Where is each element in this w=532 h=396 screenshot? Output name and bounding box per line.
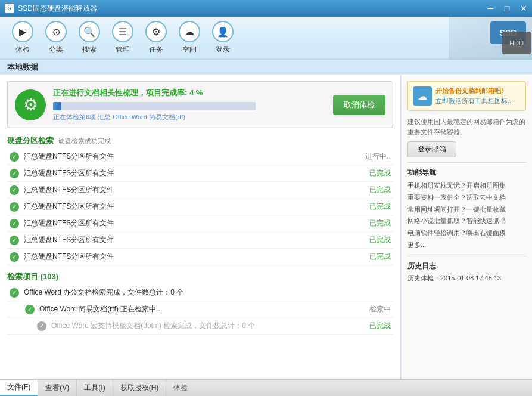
check-icon: ✓ <box>10 288 19 298</box>
progress-section: ⚙ 正在进行文档相关性梳理，项目完成率: 4 % 正在体检第6项 汇总 Offi… <box>7 81 393 128</box>
check-icon: ✓ <box>10 236 19 245</box>
check-icon: ✓ <box>10 219 19 228</box>
list-item: ✓ Office Word 办公文档检索完成，文件数总计：0 个 <box>7 284 393 301</box>
app-icon: S <box>5 4 14 13</box>
breadcrumb: 本地数据 <box>0 60 532 75</box>
toolbar-tizhi[interactable]: ▶ 体检 <box>6 18 39 57</box>
status-text: 体检 <box>166 383 195 393</box>
renwu-label: 任务 <box>149 45 163 55</box>
list-item: ✓ 汇总硬盘NTFS分区所有文件 已完成 <box>7 182 393 199</box>
list-item: ✓ 汇总硬盘NTFS分区所有文件 已完成 <box>7 249 393 265</box>
denglu-icon: 👤 <box>212 21 234 42</box>
history-section: 历史日志 历史体检：2015-01-08 17:48:13 <box>407 261 526 283</box>
toolbar-renwu[interactable]: ⚙ 任务 <box>139 18 173 57</box>
guanli-label: 管理 <box>116 45 130 55</box>
list-item: ✓ 汇总硬盘NTFS分区所有文件 已完成 <box>7 215 393 232</box>
search-results-title: 检索项目 (103) <box>7 272 58 281</box>
list-item: ✓ 汇总硬盘NTFS分区所有文件 进行中.. <box>7 148 393 165</box>
progress-icon: ⚙ <box>15 89 46 120</box>
search-results-list: ✓ Office Word 办公文档检索完成，文件数总计：0 个 ✓ Offic… <box>7 284 393 335</box>
minimize-button[interactable]: ─ <box>482 0 499 17</box>
window-title: SSD固态硬盘潜能释放器 <box>18 4 97 14</box>
progress-bar-wrap <box>53 102 256 110</box>
breadcrumb-text: 本地数据 <box>7 62 38 73</box>
list-item-text: 汇总硬盘NTFS分区所有文件 <box>24 151 360 162</box>
list-item-text: 汇总硬盘NTFS分区所有文件 <box>24 218 365 228</box>
promo-line2: 立即激活所有工具栏图标... <box>435 97 513 106</box>
main-layout: ⚙ 正在进行文档相关性梳理，项目完成率: 4 % 正在体检第6项 汇总 Offi… <box>0 75 532 379</box>
check-icon: ✓ <box>10 252 19 262</box>
list-item-status: 已完成 <box>369 235 391 245</box>
list-item: ✓ 汇总硬盘NTFS分区所有文件 已完成 <box>7 232 393 249</box>
promo-line1: 开始备份文档到邮箱吧! <box>435 86 513 95</box>
title-bar: S SSD固态硬盘潜能释放器 ─ □ ✕ <box>0 0 532 17</box>
maximize-button[interactable]: □ <box>499 0 515 17</box>
kongjian-icon: ☁ <box>179 21 200 42</box>
list-item-text: 汇总硬盘NTFS分区所有文件 <box>24 235 365 245</box>
menu-bar: 文件(F) 查看(V) 工具(I) 获取授权(H) <box>0 380 166 396</box>
progress-title: 正在进行文档相关性梳理，项目完成率: 4 % <box>53 88 326 98</box>
list-item-status: 检索中 <box>369 304 391 314</box>
list-item-text: Office Word 宏支持模板文档(dotm) 检索完成，文件数总计：0 个 <box>51 321 365 331</box>
progress-sub-text: 正在体检第6项 汇总 Office Word 简易文档(rtf) <box>53 113 326 122</box>
list-item: ✓ Office Word 简易文档(rtf) 正在检索中... 检索中 <box>7 301 393 318</box>
disk-scan-title: 硬盘分区检索 <box>7 135 54 146</box>
svg-text:HDD: HDD <box>509 39 524 47</box>
list-item: ✓ Office Word 宏支持模板文档(dotm) 检索完成，文件数总计：0… <box>7 318 393 335</box>
progress-title-text: 正在进行文档相关性梳理，项目完成率: <box>53 88 187 97</box>
nav-link[interactable]: 重要资料一应俱全？调取云中文档 <box>407 192 526 204</box>
tizhi-label: 体检 <box>15 45 30 55</box>
nav-link-more[interactable]: 更多... <box>407 239 526 251</box>
menu-view[interactable]: 查看(V) <box>38 380 77 396</box>
toolbar-sousuo[interactable]: 🔍 搜索 <box>73 18 106 57</box>
login-email-button[interactable]: 登录邮箱 <box>407 141 456 157</box>
toolbar-denglu[interactable]: 👤 登录 <box>206 18 239 57</box>
check-icon: ✓ <box>25 305 35 314</box>
menu-file[interactable]: 文件(F) <box>0 380 38 396</box>
gear-icon: ⚙ <box>23 95 38 115</box>
close-button[interactable]: ✕ <box>515 0 532 17</box>
sousuo-icon: 🔍 <box>79 21 100 42</box>
disk-scan-sub: 硬盘检索成功完成 <box>58 137 111 146</box>
check-icon: ✓ <box>10 169 19 178</box>
fenlei-icon: ⊙ <box>45 21 67 42</box>
list-item-status: 已完成 <box>369 252 391 262</box>
list-item-text: 汇总硬盘NTFS分区所有文件 <box>24 168 365 178</box>
denglu-label: 登录 <box>216 45 230 55</box>
fenlei-label: 分类 <box>49 45 63 55</box>
toolbar-fenlei[interactable]: ⊙ 分类 <box>39 18 73 57</box>
menu-license[interactable]: 获取授权(H) <box>113 380 167 396</box>
list-item: ✓ 汇总硬盘NTFS分区所有文件 已完成 <box>7 199 393 215</box>
cancel-button[interactable]: 取消体检 <box>333 95 385 115</box>
progress-info: 正在进行文档相关性梳理，项目完成率: 4 % 正在体检第6项 汇总 Office… <box>53 88 326 122</box>
promo-text: 开始备份文档到邮箱吧! 立即激活所有工具栏图标... <box>435 86 513 106</box>
list-item-status: 已完成 <box>369 185 391 195</box>
check-icon: ✓ <box>10 185 19 195</box>
menu-tools[interactable]: 工具(I) <box>77 380 113 396</box>
renwu-icon: ⚙ <box>145 21 167 42</box>
sousuo-label: 搜索 <box>82 45 97 55</box>
nav-link[interactable]: 网络小说批量抓取？智能快速抓书 <box>407 215 526 227</box>
disk-scan-header: 硬盘分区检索 硬盘检索成功完成 <box>7 135 393 146</box>
list-item-status: 进行中.. <box>365 151 391 162</box>
nav-link[interactable]: 手机相册安枕无忧？开启相册图集 <box>407 180 526 192</box>
toolbar-kongjian[interactable]: ☁ 空间 <box>173 18 206 57</box>
window-controls: ─ □ ✕ <box>482 0 532 17</box>
tizhi-icon: ▶ <box>12 21 33 42</box>
promo-desc: 建议使用国内最稳定的网易邮箱作为您的重要文件存储容器。 <box>407 117 526 137</box>
divider <box>407 162 526 163</box>
toolbar-guanli[interactable]: ☰ 管理 <box>106 18 139 57</box>
list-item-status: 已完成 <box>369 168 391 178</box>
search-results-header: 检索项目 (103) <box>7 271 393 282</box>
nav-link[interactable]: 常用网址瞬间打开？一键批量收藏 <box>407 204 526 216</box>
nav-link[interactable]: 电脑软件轻松调用？唤出右键面板 <box>407 227 526 239</box>
list-item-status: 已完成 <box>369 321 391 331</box>
check-icon: ✓ <box>37 321 46 331</box>
toolbar: ▶ 体检 ⊙ 分类 🔍 搜索 ☰ 管理 ⚙ 任务 ☁ 空间 👤 登录 <box>0 17 532 60</box>
list-item-text: Office Word 简易文档(rtf) 正在检索中... <box>39 304 365 314</box>
list-item-text: 汇总硬盘NTFS分区所有文件 <box>24 202 365 212</box>
kongjian-label: 空间 <box>182 45 197 55</box>
nav-section-title: 功能导航 <box>407 168 526 178</box>
left-panel: ⚙ 正在进行文档相关性梳理，项目完成率: 4 % 正在体检第6项 汇总 Offi… <box>0 75 401 379</box>
check-icon: ✓ <box>10 152 19 162</box>
